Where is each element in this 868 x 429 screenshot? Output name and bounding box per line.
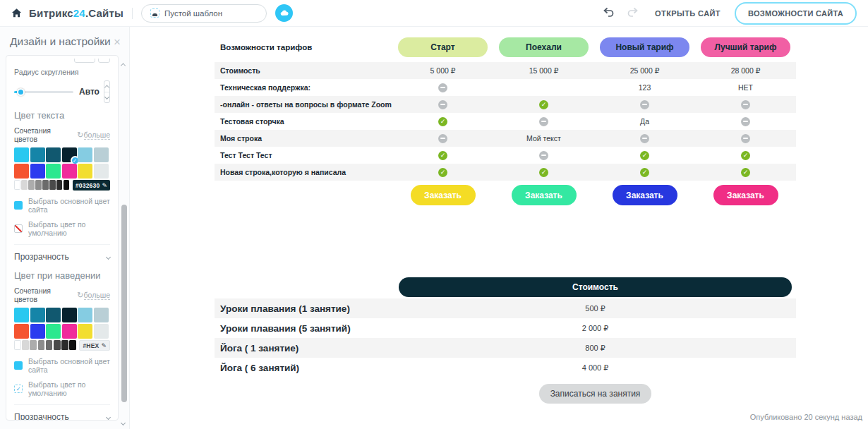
app-logo[interactable]: Битрикс24.Сайты <box>29 7 123 19</box>
color-swatch[interactable] <box>62 308 77 322</box>
price-list-header: Стоимость <box>399 277 792 297</box>
order-button[interactable]: Заказать <box>411 185 476 205</box>
undo-button[interactable] <box>601 6 615 20</box>
combos-label: Сочетания цветов <box>14 126 73 143</box>
color-swatch[interactable] <box>94 308 109 322</box>
stepper-up-icon[interactable] <box>104 81 109 92</box>
color-swatch[interactable] <box>30 308 45 322</box>
redo-button[interactable] <box>625 6 639 20</box>
transparency-section[interactable]: Прозрачность <box>14 244 110 269</box>
signup-button[interactable]: Записаться на занятия <box>539 384 652 404</box>
pick-primary-row-hover[interactable]: Выбрать основной цвет сайта <box>14 357 110 374</box>
color-swatch[interactable] <box>69 340 76 350</box>
table-row: Тест Тест Тест✓✓✓ <box>215 147 796 164</box>
close-icon[interactable]: × <box>114 36 121 48</box>
scroll-down-icon[interactable] <box>121 416 125 427</box>
row-label: Тест Тест Тест <box>215 151 392 159</box>
pick-primary-row[interactable]: Выбрать основной цвет сайта <box>14 197 110 214</box>
color-swatch[interactable] <box>62 324 77 339</box>
hex-color-chip[interactable]: #032630✎ <box>73 180 110 191</box>
minus-icon <box>438 100 447 109</box>
color-swatch[interactable] <box>49 180 55 190</box>
table-row: Стоимость5 000 ₽15 000 ₽25 000 ₽28 000 ₽ <box>215 62 796 79</box>
color-swatch[interactable] <box>46 147 61 162</box>
home-icon[interactable] <box>11 8 22 18</box>
color-swatch[interactable] <box>46 308 61 322</box>
color-swatch[interactable] <box>22 340 29 350</box>
redo-icon <box>627 7 639 18</box>
scroll-up-icon[interactable] <box>121 58 125 68</box>
color-swatch[interactable] <box>30 147 45 162</box>
site-features-button[interactable]: ВОЗМОЖНОСТИ САЙТА <box>735 2 857 25</box>
color-swatch[interactable] <box>46 324 61 339</box>
radius-slider[interactable] <box>14 87 73 97</box>
plan-pill[interactable]: Старт <box>398 37 488 57</box>
order-button[interactable]: Заказать <box>713 185 778 205</box>
template-selector[interactable]: Пустой шаблон <box>141 4 267 23</box>
color-swatch[interactable] <box>46 164 61 179</box>
more-link[interactable]: больше <box>84 291 110 300</box>
scrollbar-thumb[interactable] <box>121 205 127 402</box>
pick-primary-label: Выбрать основной цвет сайта <box>28 357 110 374</box>
transparency-section-hover[interactable]: Прозрачность <box>14 404 110 421</box>
color-swatch[interactable] <box>78 147 92 162</box>
order-cell: Заказать <box>695 185 796 205</box>
pick-default-row[interactable]: Выбрать цвет по умолчанию <box>14 220 110 237</box>
color-swatch[interactable] <box>56 180 62 190</box>
order-button[interactable]: Заказать <box>613 185 677 205</box>
color-swatch[interactable] <box>62 164 77 179</box>
stepper-down-icon[interactable] <box>104 92 109 103</box>
color-swatch[interactable] <box>30 164 45 179</box>
slider-knob[interactable] <box>17 88 25 96</box>
logo-part2: 24 <box>73 7 85 19</box>
color-swatch[interactable] <box>78 164 92 179</box>
publish-cloud-button[interactable] <box>275 4 293 22</box>
hex-value: #HEX <box>83 342 99 349</box>
color-swatch[interactable] <box>14 340 21 350</box>
open-site-button[interactable]: ОТКРЫТЬ САЙТ <box>655 9 721 18</box>
minus-icon <box>640 100 649 109</box>
color-swatch[interactable] <box>46 340 53 350</box>
color-swatch[interactable] <box>14 308 29 322</box>
pick-default-row-hover[interactable]: ✓ Выбрать цвет по умолчанию <box>14 380 110 397</box>
table-cell: ✓ <box>594 150 695 160</box>
color-swatch[interactable] <box>14 147 29 162</box>
plan-pill[interactable]: Новый тариф <box>600 37 689 57</box>
order-row-spacer <box>215 185 392 205</box>
color-swatch[interactable] <box>38 340 45 350</box>
color-swatch[interactable] <box>54 340 61 350</box>
color-swatch[interactable] <box>78 308 92 322</box>
refresh-icon[interactable]: ↻ <box>77 291 83 300</box>
color-swatch[interactable] <box>94 147 109 162</box>
radius-control: Авто <box>14 80 110 103</box>
text-color-palette: ✓#032630✎ <box>14 147 110 191</box>
color-swatch[interactable] <box>78 324 92 339</box>
row-label: Техническая поддержка: <box>215 83 392 92</box>
color-swatch[interactable] <box>14 324 29 339</box>
color-swatch[interactable] <box>35 180 41 190</box>
table-cell: ✓ <box>392 167 493 177</box>
signup-button-wrap: Записаться на занятия <box>399 384 792 404</box>
color-swatch[interactable] <box>14 180 20 190</box>
color-swatch[interactable] <box>94 324 109 339</box>
color-swatch[interactable] <box>64 180 69 190</box>
plan-pill[interactable]: Поехали <box>499 37 589 57</box>
color-swatch[interactable] <box>94 164 109 179</box>
color-swatch[interactable] <box>42 180 48 190</box>
palette-row <box>14 308 110 322</box>
color-swatch[interactable]: ✓ <box>62 147 77 162</box>
color-swatch[interactable] <box>61 340 68 350</box>
text-color-title: Цвет текста <box>14 110 110 121</box>
color-swatch[interactable] <box>30 340 37 350</box>
refresh-icon[interactable]: ↻ <box>77 131 83 140</box>
more-link[interactable]: больше <box>84 131 110 140</box>
order-cell: Заказать <box>392 185 493 205</box>
hex-color-chip[interactable]: #HEX✎ <box>79 340 110 351</box>
order-button[interactable]: Заказать <box>512 185 577 205</box>
color-swatch[interactable] <box>30 324 45 339</box>
plan-pill[interactable]: Лучший тариф <box>701 37 790 57</box>
color-swatch[interactable] <box>28 180 34 190</box>
palette-row-gray: #032630✎ <box>14 180 110 191</box>
color-swatch[interactable] <box>14 164 29 179</box>
color-swatch[interactable] <box>21 180 27 190</box>
